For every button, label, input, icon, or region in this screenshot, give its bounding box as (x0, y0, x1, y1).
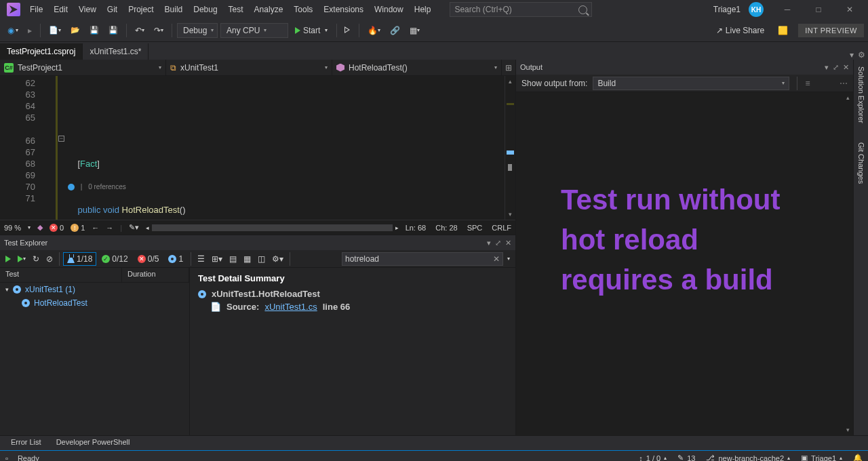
nav-back-icon[interactable]: ← (92, 224, 99, 232)
nav-member-dropdown[interactable]: HotReloadTest()▾ (332, 60, 502, 75)
pen-icon[interactable]: ✎▾ (129, 223, 139, 232)
source-link[interactable]: xUnitTest1.cs (264, 302, 317, 312)
forward-button[interactable]: ▸ (24, 24, 35, 37)
menu-edit[interactable]: Edit (48, 2, 73, 17)
zoom-level[interactable]: 99 % (4, 224, 21, 232)
doc-tab-xunit[interactable]: xUnitTest1.cs* (83, 43, 149, 60)
failed-counter[interactable]: ✕0/5 (134, 252, 163, 266)
save-button[interactable]: 💾 (86, 24, 102, 37)
save-all-button[interactable]: 💾 (105, 24, 121, 37)
test-column-header[interactable]: Test (0, 268, 122, 282)
repeat-button[interactable]: ↻ (30, 252, 42, 266)
fold-button[interactable]: − (58, 136, 64, 142)
group-button[interactable]: ⊞▾ (209, 252, 225, 266)
nav-class-dropdown[interactable]: ⧉xUnitTest1▾ (166, 60, 332, 75)
test-indicator-icon[interactable] (68, 184, 75, 191)
config-dropdown[interactable]: Debug▾ (177, 23, 218, 38)
expand-icon[interactable]: ▾ (5, 286, 9, 293)
tab-settings-button[interactable]: ⚙ (858, 50, 865, 60)
output-source-dropdown[interactable]: Build▾ (593, 77, 789, 90)
output-clear-button[interactable]: ≡ (805, 79, 810, 88)
test-item-row[interactable]: HotReloadTest (0, 296, 189, 310)
panel-pin-button[interactable]: ⤢ (495, 239, 501, 247)
redo-button[interactable]: ↷▾ (151, 24, 167, 37)
nav-split-button[interactable]: ⊞ (502, 60, 515, 75)
warning-count[interactable]: !1 (71, 224, 85, 232)
output-text-area[interactable]: Test run without hot reload requires a b… (516, 92, 853, 435)
user-avatar[interactable]: KH (749, 2, 764, 17)
test-search-input[interactable]: ✕ (342, 252, 503, 266)
health-icon[interactable]: ◆ (37, 223, 43, 232)
close-button[interactable]: ✕ (834, 0, 865, 19)
columns-button[interactable]: ▦ (241, 252, 254, 266)
output-pin-button[interactable]: ⤢ (833, 63, 839, 72)
global-search[interactable]: Search (Ctrl+Q) (450, 2, 592, 17)
menu-git[interactable]: Git (102, 2, 123, 17)
nav-project-dropdown[interactable]: C#TestProject1▾ (0, 60, 166, 75)
view-button[interactable]: ▤ (226, 252, 239, 266)
browser-link-button[interactable]: 🔗 (387, 24, 403, 37)
notifications-button[interactable]: 🔔 (853, 454, 863, 461)
editor-scrollbar[interactable]: ▴ ▾ (505, 76, 515, 220)
menu-extensions[interactable]: Extensions (318, 2, 369, 17)
git-repo[interactable]: ▣Triage1▴ (801, 454, 842, 461)
menu-tools[interactable]: Tools (288, 2, 318, 17)
cancel-button[interactable]: ⊘ (43, 252, 56, 266)
output-close-button[interactable]: ✕ (843, 63, 849, 72)
total-tests-counter[interactable]: 1/18 (63, 252, 96, 266)
minimize-button[interactable]: ─ (772, 0, 803, 19)
menu-window[interactable]: Window (369, 2, 409, 17)
hot-reload-button[interactable]: 🔥▾ (364, 24, 384, 37)
run-all-button[interactable] (3, 254, 14, 264)
error-count[interactable]: ✕0 (50, 224, 64, 232)
feedback-button[interactable]: 🟨 (774, 24, 791, 37)
code-editor[interactable]: 62 63 64 65 66 67 68 69 70 71 − [Fact] |… (0, 76, 515, 220)
panel-close-button[interactable]: ✕ (505, 239, 511, 247)
git-changes-tab[interactable]: Git Changes (856, 140, 867, 186)
nav-fwd-icon[interactable]: → (106, 224, 113, 232)
maximize-button[interactable]: □ (803, 0, 834, 19)
indent-indicator[interactable]: SPC (467, 224, 483, 232)
eol-indicator[interactable]: CRLF (492, 224, 511, 232)
tab-overflow-button[interactable]: ▾ (850, 50, 854, 60)
search-options-button[interactable]: ▾ (505, 254, 513, 264)
settings-button[interactable]: ⚙▾ (269, 252, 286, 266)
error-list-tab[interactable]: Error List (4, 436, 48, 448)
playlist-button[interactable]: ☰ (195, 252, 208, 266)
clear-search-button[interactable]: ✕ (493, 254, 500, 264)
duration-column-header[interactable]: Duration (122, 268, 189, 282)
powershell-tab[interactable]: Developer PowerShell (50, 436, 137, 448)
new-item-button[interactable]: 📄▾ (45, 24, 64, 37)
run-button[interactable]: ▾ (15, 254, 28, 264)
start-without-debug-button[interactable] (342, 25, 354, 36)
menu-project[interactable]: Project (123, 2, 159, 17)
code-area[interactable]: [Fact] | 0 references public void HotRel… (47, 76, 515, 220)
layout-button[interactable]: ▦▾ (406, 24, 423, 37)
menu-view[interactable]: View (73, 2, 102, 17)
undo-button[interactable]: ↶▾ (132, 24, 148, 37)
menu-debug[interactable]: Debug (188, 2, 222, 17)
open-button[interactable]: 📂 (67, 24, 83, 37)
char-count[interactable]: ✎13 (677, 454, 695, 461)
passed-counter[interactable]: ✓0/12 (98, 252, 132, 266)
notrun-counter[interactable]: 1 (164, 252, 187, 266)
doc-tab-csproj[interactable]: TestProject1.csproj (0, 43, 83, 60)
col-indicator[interactable]: Ch: 28 (435, 224, 457, 232)
test-group-row[interactable]: ▾ xUnitTest1 (1) (0, 283, 189, 296)
output-scrollbar[interactable]: ▴ ▾ (842, 92, 853, 435)
output-dropdown-button[interactable]: ▾ (825, 63, 829, 72)
selection-info[interactable]: ↕1 / 0▴ (639, 454, 667, 462)
platform-dropdown[interactable]: Any CPU▾ (220, 23, 288, 38)
menu-help[interactable]: Help (409, 2, 437, 17)
start-debug-button[interactable]: Start▾ (291, 24, 332, 37)
menu-build[interactable]: Build (159, 2, 189, 17)
menu-analyze[interactable]: Analyze (249, 2, 289, 17)
live-share-button[interactable]: ↗ Live Share (713, 24, 768, 37)
line-indicator[interactable]: Ln: 68 (406, 224, 427, 232)
git-branch[interactable]: ⎇new-branch-cache2▴ (706, 454, 790, 461)
layout-button[interactable]: ◫ (255, 252, 268, 266)
solution-explorer-tab[interactable]: Solution Explorer (856, 64, 867, 126)
menu-test[interactable]: Test (223, 2, 249, 17)
menu-file[interactable]: File (24, 2, 48, 17)
panel-dropdown-button[interactable]: ▾ (487, 239, 491, 247)
